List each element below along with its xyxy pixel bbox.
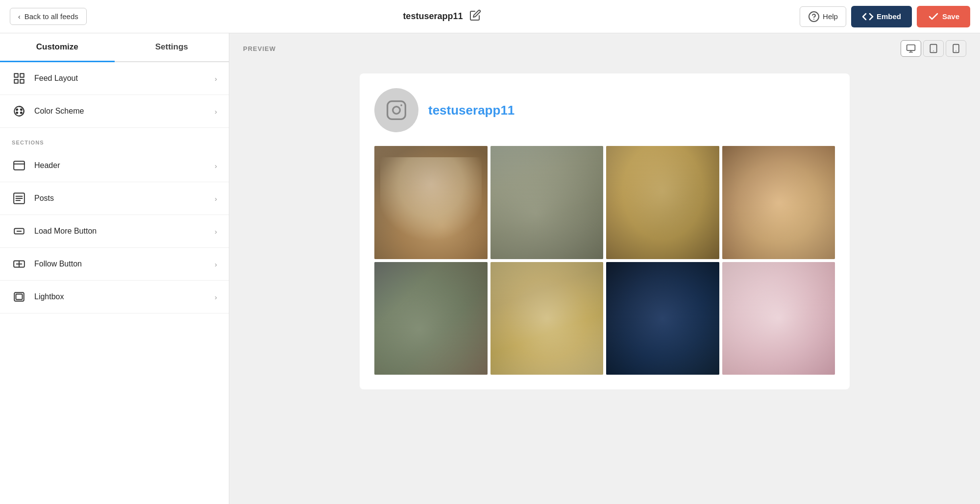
header-chevron: ›	[215, 162, 217, 170]
mobile-view-button[interactable]	[946, 40, 966, 57]
follow-button-label: Follow Button	[34, 260, 207, 268]
help-icon	[808, 11, 820, 23]
svg-point-33	[400, 104, 402, 106]
feed-grid	[374, 146, 835, 375]
preview-label: PREVIEW	[243, 45, 276, 52]
top-navigation: ‹ Back to all feeds testuserapp11 Help	[0, 0, 980, 33]
load-more-icon	[12, 224, 26, 239]
color-scheme-label: Color Scheme	[34, 107, 207, 116]
desktop-view-button[interactable]	[901, 40, 921, 57]
svg-rect-3	[20, 73, 24, 77]
svg-point-32	[393, 107, 400, 114]
back-label: Back to all feeds	[24, 12, 78, 21]
sidebar-item-posts[interactable]: Posts ›	[0, 182, 229, 215]
svg-rect-27	[930, 45, 936, 53]
posts-icon	[12, 191, 26, 206]
feed-header: testuserapp11	[374, 88, 835, 132]
svg-rect-2	[14, 73, 18, 77]
sidebar-tabs: Customize Settings	[0, 33, 229, 62]
tablet-view-button[interactable]	[923, 40, 944, 57]
follow-button-icon	[12, 257, 26, 271]
load-more-chevron: ›	[215, 227, 217, 236]
lightbox-icon	[12, 289, 26, 304]
tab-settings[interactable]: Settings	[115, 33, 229, 62]
desktop-icon	[906, 44, 916, 53]
tab-customize[interactable]: Customize	[0, 33, 115, 62]
sidebar-item-lightbox[interactable]: Lightbox ›	[0, 281, 229, 313]
lightbox-label: Lightbox	[34, 292, 207, 301]
instagram-icon	[386, 99, 407, 121]
preview-area: PREVIEW	[229, 33, 980, 504]
posts-chevron: ›	[215, 194, 217, 203]
tablet-icon	[929, 44, 938, 53]
follow-button-chevron: ›	[215, 260, 217, 268]
back-arrow-icon: ‹	[18, 13, 21, 21]
svg-rect-23	[16, 294, 23, 300]
help-button[interactable]: Help	[800, 6, 846, 27]
main-layout: Customize Settings Feed Layout ›	[0, 33, 980, 504]
feed-layout-chevron: ›	[215, 74, 217, 83]
help-label: Help	[823, 12, 838, 21]
feed-avatar	[374, 88, 418, 132]
posts-label: Posts	[34, 194, 207, 203]
sidebar: Customize Settings Feed Layout ›	[0, 33, 229, 504]
device-selector	[901, 40, 966, 57]
load-more-label: Load More Button	[34, 227, 207, 236]
embed-button[interactable]: Embed	[851, 6, 912, 27]
svg-point-10	[21, 112, 22, 114]
feed-title-area: testuserapp11	[403, 7, 483, 25]
svg-point-7	[16, 109, 18, 110]
svg-rect-24	[907, 45, 915, 51]
sidebar-item-load-more-button[interactable]: Load More Button ›	[0, 215, 229, 248]
feed-image-8[interactable]	[722, 262, 835, 375]
feed-image-2[interactable]	[490, 146, 604, 259]
header-label: Header	[34, 161, 207, 170]
svg-rect-31	[388, 101, 406, 120]
svg-rect-4	[14, 79, 18, 83]
feed-title: testuserapp11	[403, 11, 463, 22]
svg-rect-29	[953, 45, 959, 53]
preview-header: PREVIEW	[229, 33, 980, 64]
save-label: Save	[942, 12, 959, 21]
feed-username: testuserapp11	[428, 103, 514, 118]
svg-point-9	[16, 112, 18, 114]
sidebar-item-header[interactable]: Header ›	[0, 149, 229, 182]
header-icon	[12, 158, 26, 173]
embed-label: Embed	[877, 12, 901, 21]
pencil-icon	[469, 9, 481, 21]
back-to-feeds-button[interactable]: ‹ Back to all feeds	[10, 8, 87, 25]
sidebar-item-feed-layout[interactable]: Feed Layout ›	[0, 62, 229, 95]
save-button[interactable]: Save	[917, 6, 970, 27]
feed-layout-label: Feed Layout	[34, 74, 207, 83]
save-checkmark-icon	[928, 11, 939, 23]
feed-image-1[interactable]	[374, 146, 488, 259]
svg-rect-11	[14, 161, 24, 169]
edit-title-button[interactable]	[467, 7, 483, 25]
feed-image-3[interactable]	[606, 146, 719, 259]
embed-icon	[862, 11, 874, 23]
feed-image-6[interactable]	[490, 262, 604, 375]
svg-point-8	[21, 109, 22, 110]
sections-label: SECTIONS	[0, 128, 229, 149]
nav-actions: Help Embed Save	[800, 6, 970, 27]
sidebar-item-color-scheme[interactable]: Color Scheme ›	[0, 95, 229, 128]
feed-image-5[interactable]	[374, 262, 488, 375]
sidebar-item-follow-button[interactable]: Follow Button ›	[0, 248, 229, 281]
svg-rect-5	[20, 79, 24, 83]
mobile-icon	[951, 44, 961, 53]
feed-image-4[interactable]	[722, 146, 835, 259]
color-scheme-chevron: ›	[215, 107, 217, 116]
feed-image-7[interactable]	[606, 262, 719, 375]
feed-layout-icon	[12, 71, 26, 86]
lightbox-chevron: ›	[215, 293, 217, 301]
preview-content: testuserapp11	[229, 64, 980, 409]
feed-preview: testuserapp11	[360, 73, 850, 389]
color-scheme-icon	[12, 104, 26, 119]
